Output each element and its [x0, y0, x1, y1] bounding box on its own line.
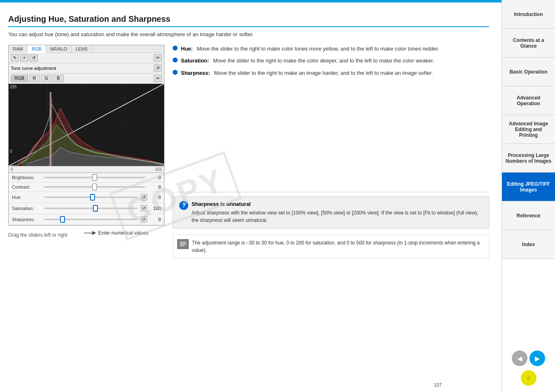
sidebar-label-basic: Basic Operation — [509, 69, 547, 75]
saturation-thumb[interactable] — [93, 205, 98, 212]
sidebar-label-advanced-editing: Advanced Image Editing and Printing — [505, 121, 552, 138]
bullet-content-saturation: Saturation: Move the slider to the right… — [181, 57, 434, 65]
sidebar-item-introduction[interactable]: Introduction — [502, 0, 555, 29]
bullet-saturation: Saturation: Move the slider to the right… — [173, 57, 489, 65]
nav-left-button[interactable]: ◀ — [512, 350, 527, 366]
tab-raw[interactable]: RAW — [9, 45, 28, 53]
curve-point-icon[interactable]: + — [20, 54, 28, 62]
curve-graph: 255 0 — [9, 84, 164, 166]
sharpness-track[interactable] — [44, 219, 137, 220]
graph-min: 0 — [11, 167, 13, 172]
curve-edit-icon[interactable]: ✎ — [11, 54, 19, 62]
sidebar-item-editing[interactable]: Editing JPEG/TIFF Images — [502, 173, 555, 201]
graph-label-255: 255 — [10, 85, 17, 89]
sharpness-value-wrap: ↺ 0 — [141, 216, 161, 223]
curve-reset-icon[interactable]: ↺ — [30, 54, 38, 62]
hue-value: 0 — [148, 195, 161, 200]
bottom-labels: Drag the sliders left or right Enter num… — [8, 229, 164, 238]
sidebar-label-processing: Processing Large Numbers of Images — [505, 152, 552, 164]
sidebar: Introduction Contents at a Glance Basic … — [502, 0, 555, 392]
sidebar-item-basic[interactable]: Basic Operation — [502, 58, 555, 86]
contrast-label: Contrast: — [12, 184, 41, 189]
page-subtitle: You can adjust hue (tone) and saturation… — [8, 30, 489, 39]
sharpness-note-box: ? Sharpness is unnatural Adjust sharpnes… — [173, 196, 489, 228]
sidebar-item-reference[interactable]: Reference — [502, 201, 555, 230]
page-title: Adjusting Hue, Saturation and Sharpness — [8, 14, 489, 27]
hue-reset-btn[interactable]: ↺ — [141, 194, 147, 201]
channel-r[interactable]: R — [29, 75, 40, 82]
main-content: Adjusting Hue, Saturation and Sharpness … — [0, 0, 502, 392]
contrast-value-wrap: 0 — [148, 184, 161, 189]
sidebar-label-advanced: Advanced Operation — [505, 95, 552, 106]
svg-marker-13 — [92, 231, 96, 235]
page-number: 107 — [434, 382, 442, 388]
reset-icon[interactable]: ↺ — [154, 65, 162, 72]
info-box: The adjustment range is –30 to 30 for hu… — [173, 235, 489, 258]
svg-rect-11 — [51, 98, 52, 166]
sharpness-bullet-text: Move the slider to the right to make an … — [214, 70, 433, 76]
tab-nralo[interactable]: NR/ALO — [46, 45, 72, 53]
bullet-dot-saturation — [173, 58, 178, 62]
sidebar-label-editing: Editing JPEG/TIFF Images — [505, 181, 552, 193]
bottom-section: ? Sharpness is unnatural Adjust sharpnes… — [173, 192, 489, 258]
top-border — [0, 0, 502, 2]
hue-label: Hue: — [12, 195, 41, 200]
sidebar-item-advanced-editing[interactable]: Advanced Image Editing and Printing — [502, 115, 555, 144]
tab-rgb[interactable]: RGB — [28, 45, 46, 53]
hue-track[interactable] — [44, 196, 137, 198]
info-text: The adjustment range is –30 to 30 for hu… — [192, 239, 485, 254]
saturation-label: Saturation: — [12, 206, 41, 211]
brightness-thumb[interactable] — [92, 174, 97, 181]
sharpness-label: Sharpness: — [12, 217, 41, 222]
nav-home-button[interactable]: ⌂ — [521, 370, 536, 386]
channel-b[interactable]: B — [53, 75, 63, 82]
channel-rgb[interactable]: RGB — [11, 75, 28, 82]
contrast-thumb[interactable] — [92, 184, 97, 190]
channel-g[interactable]: G — [41, 75, 52, 82]
sidebar-item-advanced[interactable]: Advanced Operation — [502, 86, 555, 115]
contrast-value: 0 — [148, 184, 161, 189]
sharpness-row: Sharpness: ↺ 0 — [9, 214, 164, 225]
hue-row: Hue: ↺ 0 — [9, 192, 164, 203]
bullet-dot-hue — [173, 46, 178, 51]
sharpness-bullet-label: Sharpness: — [181, 70, 210, 76]
label-row: Tone curve adjustment ↺ — [9, 63, 164, 74]
question-icon: ? — [179, 201, 188, 210]
tab-row: RAW RGB NR/ALO LENS — [9, 45, 164, 53]
sidebar-label-index: Index — [522, 242, 535, 247]
sharpness-note-title: Sharpness is unnatural — [192, 201, 483, 207]
info-icon — [177, 239, 189, 249]
saturation-value-wrap: ↺ 100 — [141, 205, 161, 212]
bullet-content-hue: Hue: Move the slider to the right to mak… — [181, 45, 439, 53]
saturation-track[interactable] — [44, 208, 137, 209]
curve-pencil-icon[interactable]: ✏ — [154, 54, 162, 62]
saturation-reset-btn[interactable]: ↺ — [141, 205, 147, 212]
sidebar-item-index[interactable]: Index — [502, 230, 555, 259]
nav-right-button[interactable]: ▶ — [530, 350, 545, 366]
sidebar-label-reference: Reference — [516, 213, 540, 219]
sharpness-note-text: Adjust sharpness with the window view se… — [192, 209, 483, 224]
hue-thumb[interactable] — [90, 194, 95, 201]
sidebar-item-contents[interactable]: Contents at a Glance — [502, 29, 555, 58]
sidebar-item-processing[interactable]: Processing Large Numbers of Images — [502, 144, 555, 173]
brightness-row: Brightness: 0 — [9, 173, 164, 182]
curve-panel: RAW RGB NR/ALO LENS ✎ + ↺ ✏ Tone cur — [8, 45, 164, 173]
contrast-track[interactable] — [44, 186, 145, 188]
brightness-track[interactable] — [44, 177, 145, 178]
sharpness-reset-btn[interactable]: ↺ — [141, 216, 147, 223]
tab-lens[interactable]: LENS — [72, 45, 92, 53]
sharpness-note-content: Sharpness is unnatural Adjust sharpness … — [192, 201, 483, 224]
tone-curve-label: Tone curve adjustment — [11, 66, 56, 71]
saturation-bullet-text: Move the slider to the right to make the… — [213, 58, 434, 64]
histogram-svg — [9, 84, 164, 166]
channel-tabs: RGB R G B ✏ — [9, 74, 164, 84]
pencil-draw-icon[interactable]: ✏ — [154, 75, 162, 82]
saturation-row: Saturation: ↺ 100 — [9, 203, 164, 214]
bullet-sharpness: Sharpness: Move the slider to the right … — [173, 69, 489, 77]
sidebar-nav-icons: ◀ ▶ — [502, 346, 555, 370]
note-icon-svg — [178, 240, 188, 248]
contrast-row: Contrast: 0 — [9, 182, 164, 192]
enter-label: Enter numerical values — [98, 230, 148, 236]
sharpness-thumb[interactable] — [60, 216, 65, 223]
hue-bullet-text: Move the slider to the right to make col… — [197, 46, 439, 52]
